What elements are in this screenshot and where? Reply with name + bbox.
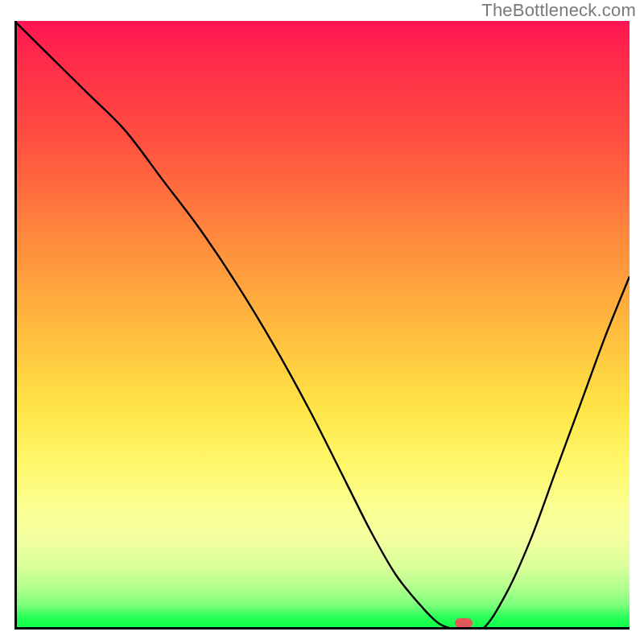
optimal-marker [455, 618, 473, 628]
plot-area [14, 21, 630, 630]
curve-svg [14, 21, 630, 630]
watermark-text: TheBottleneck.com [481, 0, 636, 21]
chart-container: TheBottleneck.com [0, 0, 644, 644]
bottleneck-curve-path [14, 21, 630, 630]
